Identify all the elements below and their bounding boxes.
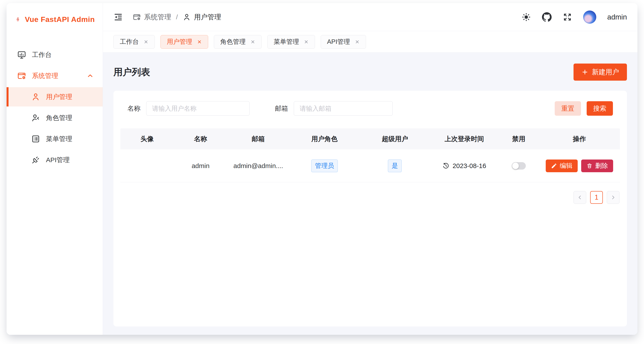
- plug-icon: [31, 155, 40, 165]
- cell-superuser: 是: [360, 160, 430, 172]
- page-header: 用户列表 新建用户: [114, 64, 627, 81]
- breadcrumb-separator: /: [176, 13, 178, 21]
- sidebar-item-users[interactable]: 用户管理: [6, 87, 103, 107]
- superuser-tag: 是: [388, 160, 402, 172]
- tab-users[interactable]: 用户管理: [160, 35, 208, 49]
- tab-roles[interactable]: 角色管理: [214, 35, 262, 49]
- user-icon: [182, 13, 191, 21]
- close-icon[interactable]: [197, 40, 202, 44]
- sidebar-item-label: 系统管理: [32, 72, 58, 80]
- breadcrumb-current-label: 用户管理: [194, 13, 221, 22]
- tab-workbench[interactable]: 工作台: [114, 35, 155, 49]
- delete-button[interactable]: 删除: [581, 160, 613, 172]
- table-header-row: 头像 名称 邮箱 用户角色 超级用户 上次登录时间 禁用 操作: [120, 128, 620, 149]
- monitor-chart-icon: [17, 50, 26, 59]
- sidebar-item-label: 角色管理: [46, 114, 72, 123]
- app-logo: Vue FastAPI Admin: [6, 3, 103, 33]
- header-actions: admin: [522, 11, 627, 24]
- username-label[interactable]: admin: [607, 13, 627, 21]
- top-header: 系统管理 / 用户管理: [103, 3, 638, 31]
- page-title: 用户列表: [114, 66, 150, 78]
- tab-label: 角色管理: [220, 38, 246, 46]
- sidebar-item-workbench[interactable]: 工作台: [6, 45, 103, 64]
- user-avatar[interactable]: [583, 11, 596, 24]
- close-icon[interactable]: [144, 40, 148, 44]
- name-filter-input[interactable]: [146, 101, 250, 116]
- main-area: 系统管理 / 用户管理: [103, 3, 638, 335]
- chevron-right-icon: [610, 194, 616, 200]
- sidebar-item-roles[interactable]: 角色管理: [6, 108, 103, 128]
- users-table: 头像 名称 邮箱 用户角色 超级用户 上次登录时间 禁用 操作 admin ad…: [120, 128, 620, 182]
- col-header-email: 邮箱: [227, 135, 289, 144]
- col-header-last-login: 上次登录时间: [430, 135, 499, 144]
- close-icon[interactable]: [304, 40, 309, 44]
- theme-sun-icon[interactable]: [522, 12, 531, 22]
- user-arrow-icon: [31, 113, 40, 123]
- app-window: Vue FastAPI Admin 工作台 系统管理: [6, 3, 638, 335]
- page-content: 用户列表 新建用户 名称 邮箱 重置 搜索: [103, 53, 638, 335]
- cell-name: admin: [174, 162, 227, 170]
- tab-label: 工作台: [120, 38, 139, 46]
- cell-last-login: 2023-08-16: [430, 162, 499, 170]
- table-row: admin admin@admin.... 管理员 是: [120, 149, 620, 182]
- chick-mascot-icon: [16, 12, 20, 26]
- breadcrumb-parent[interactable]: 系统管理: [133, 13, 171, 22]
- disabled-toggle[interactable]: [512, 162, 526, 170]
- delete-label: 删除: [595, 161, 608, 170]
- role-tag: 管理员: [311, 160, 338, 172]
- search-button[interactable]: 搜索: [587, 101, 613, 116]
- cell-disabled: [498, 162, 539, 170]
- prev-page-button[interactable]: [574, 191, 586, 204]
- col-header-superuser: 超级用户: [360, 135, 430, 144]
- email-filter-label: 邮箱: [275, 104, 288, 113]
- list-square-icon: [31, 134, 40, 144]
- sidebar-item-api[interactable]: API管理: [6, 150, 103, 170]
- tab-label: API管理: [327, 38, 350, 46]
- next-page-button[interactable]: [607, 191, 620, 204]
- plus-icon: [582, 69, 588, 76]
- pencil-icon: [551, 163, 557, 169]
- cell-role: 管理员: [289, 160, 360, 172]
- user-icon: [31, 92, 40, 101]
- fullscreen-icon[interactable]: [562, 12, 572, 22]
- edit-button[interactable]: 编辑: [546, 160, 578, 172]
- card-empty-space: [120, 204, 620, 317]
- pagination: 1: [120, 191, 620, 204]
- trash-icon: [586, 163, 592, 169]
- clock-history-icon: [442, 162, 450, 169]
- chevron-up-icon: [86, 72, 94, 80]
- col-header-avatar: 头像: [120, 135, 174, 144]
- sidebar-item-label: 用户管理: [46, 93, 72, 101]
- sidebar-menu: 工作台 系统管理 用户管: [6, 33, 103, 170]
- users-card: 名称 邮箱 重置 搜索 头像 名称 邮箱 用户角色 超: [114, 91, 627, 326]
- reset-button[interactable]: 重置: [555, 101, 581, 116]
- sidebar-item-menus[interactable]: 菜单管理: [6, 129, 103, 149]
- collapse-sidebar-icon[interactable]: [114, 12, 123, 22]
- breadcrumb-parent-label: 系统管理: [144, 13, 171, 22]
- tab-api[interactable]: API管理: [321, 35, 366, 49]
- window-gear-icon: [133, 13, 141, 21]
- toggle-knob: [512, 163, 519, 169]
- breadcrumb-current[interactable]: 用户管理: [182, 13, 221, 22]
- cell-email: admin@admin....: [227, 162, 289, 170]
- new-user-button[interactable]: 新建用户: [574, 64, 627, 81]
- email-filter-input[interactable]: [294, 101, 393, 116]
- sidebar: Vue FastAPI Admin 工作台 系统管理: [6, 3, 103, 335]
- close-icon[interactable]: [250, 40, 255, 44]
- github-icon[interactable]: [542, 12, 552, 22]
- new-user-label: 新建用户: [592, 68, 619, 77]
- col-header-actions: 操作: [539, 135, 620, 144]
- edit-label: 编辑: [560, 161, 572, 170]
- tab-menus[interactable]: 菜单管理: [267, 35, 315, 49]
- sidebar-item-label: 工作台: [32, 50, 52, 59]
- breadcrumb: 系统管理 / 用户管理: [133, 13, 221, 22]
- col-header-role: 用户角色: [289, 135, 360, 144]
- sidebar-item-system[interactable]: 系统管理: [6, 66, 103, 86]
- close-icon[interactable]: [355, 40, 360, 44]
- tab-label: 用户管理: [167, 38, 192, 46]
- tab-bar: 工作台 用户管理 角色管理 菜单管理 API管理: [103, 31, 638, 53]
- app-title: Vue FastAPI Admin: [25, 15, 95, 24]
- page-number-current[interactable]: 1: [590, 191, 603, 204]
- window-gear-icon: [17, 71, 26, 80]
- cell-actions: 编辑 删除: [539, 160, 620, 172]
